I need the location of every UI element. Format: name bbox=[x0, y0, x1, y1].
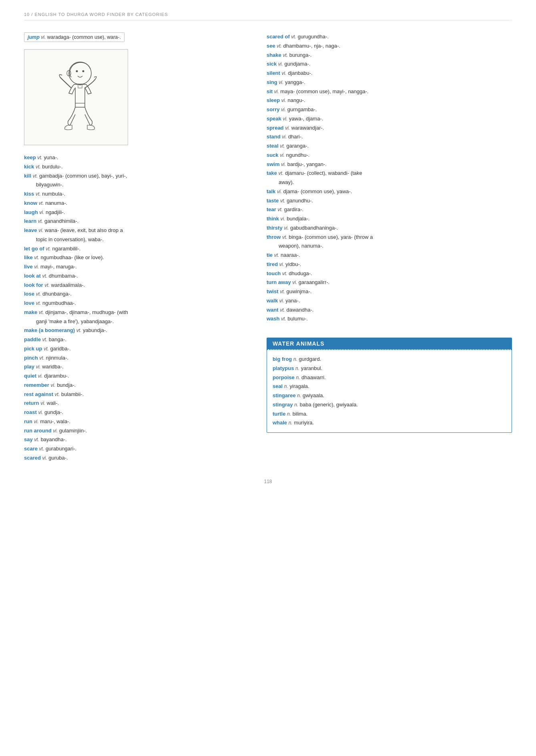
list-item: take vt. djamaru- (collect), wabandi- (t… bbox=[267, 169, 512, 187]
list-item: walk vi. yana-. bbox=[267, 296, 512, 306]
list-item: sit vi. maya- (common use), mayi-, nangg… bbox=[267, 87, 512, 96]
list-item: return vi. wali-. bbox=[24, 399, 251, 408]
list-item: turtle n. bilima. bbox=[273, 410, 506, 419]
list-item: run around vi. gulaminjiin-. bbox=[24, 426, 251, 436]
list-item: say vt. bayandha-. bbox=[24, 435, 251, 444]
list-item: tear vt. gardira-. bbox=[267, 205, 512, 214]
jump-definition: waradaga- (common use), wara-. bbox=[47, 34, 121, 40]
list-item: like vt. ngumbudhaa- (like or love). bbox=[24, 253, 251, 262]
list-item: learn vt. ganandhimila-. bbox=[24, 217, 251, 226]
list-item: speak vi. yawa-, djama-. bbox=[267, 114, 512, 124]
svg-point-1 bbox=[76, 70, 78, 72]
list-item: sorry vi. gurngamba-. bbox=[267, 105, 512, 114]
left-word-list: keep vt. yuna-. kick vt. burdulu-. kill … bbox=[24, 153, 251, 463]
list-item: tired vi. yidbu-. bbox=[267, 260, 512, 269]
list-item: quiet vi. djarambu-. bbox=[24, 372, 251, 381]
list-item: tie vt. naaraa-. bbox=[267, 251, 512, 260]
list-item: swim vi. bardju-, yangan-. bbox=[267, 160, 512, 169]
page-number: 118 bbox=[24, 479, 512, 484]
list-item: make vt. djinjama-, djinama-, mudhuga- (… bbox=[24, 308, 251, 326]
list-item: know vt. nanuma-. bbox=[24, 199, 251, 208]
list-item: talk vi. djama- (common use), yawa-. bbox=[267, 187, 512, 196]
list-item: kill vt. gambadja- (common use), bayi-, … bbox=[24, 172, 251, 190]
list-item: stingray n. baba (generic), gwiyaala. bbox=[273, 400, 506, 410]
list-item: sick vi. gundjama-. bbox=[267, 60, 512, 69]
svg-point-2 bbox=[82, 70, 84, 72]
jump-entry-box: jump vi. waradaga- (common use), wara-. bbox=[24, 32, 124, 42]
list-item: leave vi. wana- (leave, exit, but also d… bbox=[24, 226, 251, 244]
list-item: kiss vt. numbula-. bbox=[24, 190, 251, 199]
list-item: stingaree n. gwiyaala. bbox=[273, 391, 506, 400]
list-item: love vt. ngumbudhaa-. bbox=[24, 299, 251, 308]
list-item: big frog n. gurdgard. bbox=[273, 355, 506, 364]
list-item: seal n. yiragala. bbox=[273, 382, 506, 391]
water-animals-section: WATER ANIMALS big frog n. gurdgard. plat… bbox=[267, 338, 512, 433]
jumping-child-illustration bbox=[36, 55, 116, 139]
right-word-list: scared of vt. gurugundha-. see vt. dhamb… bbox=[267, 32, 512, 324]
list-item: whale n. muriyira. bbox=[273, 418, 506, 428]
list-item: kick vt. burdulu-. bbox=[24, 162, 251, 172]
list-item: pick up vt. garidba-. bbox=[24, 344, 251, 354]
list-item: sleep vi. nangu-. bbox=[267, 96, 512, 105]
list-item: scared vi. guruba-. bbox=[24, 454, 251, 463]
list-item: stand vi. dhari-. bbox=[267, 132, 512, 142]
list-item: twist vt. guwinjma-. bbox=[267, 287, 512, 296]
list-item: sing vi. yangga-. bbox=[267, 78, 512, 87]
list-item: paddle vt. banga-. bbox=[24, 335, 251, 344]
list-item: touch vt. dhuduga-. bbox=[267, 269, 512, 278]
list-item: shake vt. burunga-. bbox=[267, 51, 512, 60]
list-item: scare vt. gurabungari-. bbox=[24, 444, 251, 454]
list-item: porpoise n. dhaawarri. bbox=[273, 373, 506, 382]
illustration-box bbox=[24, 49, 128, 145]
list-item: rest against vt. bulambii-. bbox=[24, 390, 251, 399]
list-item: thirsty vi. gabudbandhaninga-. bbox=[267, 224, 512, 233]
list-item: want vt. dawandha-. bbox=[267, 306, 512, 315]
list-item: pinch vt. njinmula-. bbox=[24, 354, 251, 363]
list-item: run vi. maru-, wala-. bbox=[24, 417, 251, 426]
list-item: taste vt. ganundhu-. bbox=[267, 196, 512, 206]
list-item: play vi. waridba-. bbox=[24, 362, 251, 372]
right-column: scared of vt. gurugundha-. see vt. dhamb… bbox=[267, 32, 512, 463]
jump-keyword: jump bbox=[28, 34, 40, 40]
page-header: 10 / ENGLISH TO DHURGA WORD FINDER BY CA… bbox=[24, 12, 512, 20]
list-item: silent vi. djanbabu-. bbox=[267, 69, 512, 78]
list-item: throw vt. binga- (common use), yara- (th… bbox=[267, 233, 512, 251]
list-item: laugh vi. ngadjili-. bbox=[24, 208, 251, 217]
list-item-let-go-of: let go of vt. ngarambilil-. bbox=[24, 244, 251, 254]
list-item: make (a boomerang) vt. yabundja-. bbox=[24, 326, 251, 335]
list-item: scared of vt. gurugundha-. bbox=[267, 32, 512, 42]
list-item: see vt. dhambamu-, nja-, naga-. bbox=[267, 42, 512, 51]
list-item: turn away vi. garaangalirr-. bbox=[267, 278, 512, 287]
list-item: look for vt. wardaalimala-. bbox=[24, 281, 251, 290]
section-title: WATER ANIMALS bbox=[267, 338, 512, 349]
list-item: keep vt. yuna-. bbox=[24, 153, 251, 162]
list-item: suck vi. ngundhu-. bbox=[267, 151, 512, 160]
left-column: jump vi. waradaga- (common use), wara-. bbox=[24, 32, 251, 463]
list-item: spread vi. warawandjar-. bbox=[267, 124, 512, 133]
section-content: big frog n. gurdgard. platypus n. yaranb… bbox=[267, 350, 512, 432]
list-item: think vi. bundjala-. bbox=[267, 214, 512, 224]
list-item: lose vt. dhunbanga-. bbox=[24, 290, 251, 299]
list-item: roast vi. gundja-. bbox=[24, 408, 251, 417]
list-item: platypus n. yaranbul. bbox=[273, 364, 506, 373]
list-item: steal vt. garanga-. bbox=[267, 142, 512, 151]
jump-pos: vi. bbox=[41, 34, 46, 40]
list-item: remember vi. bundja-. bbox=[24, 381, 251, 390]
list-item: look at vt. dhumbama-. bbox=[24, 272, 251, 281]
water-animals-list: big frog n. gurdgard. platypus n. yaranb… bbox=[273, 355, 506, 428]
list-item: live vi. mayi-, maruga-. bbox=[24, 262, 251, 272]
list-item: wash vt. bulumu-. bbox=[267, 314, 512, 324]
